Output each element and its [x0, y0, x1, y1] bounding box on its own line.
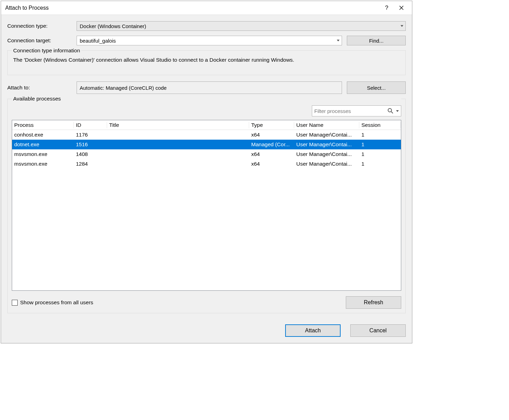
table-row[interactable]: dotnet.exe1516Managed (Cor...User Manage… [12, 140, 401, 149]
col-session[interactable]: Session [359, 122, 401, 128]
table-row[interactable]: msvsmon.exe1284x64User Manager\Contai...… [12, 159, 401, 169]
dialog-title: Attach to Process [5, 5, 379, 11]
cell: x64 [249, 151, 294, 157]
cell: 1 [359, 132, 401, 138]
connection-type-combo[interactable]: Docker (Windows Container) [77, 21, 406, 31]
col-user[interactable]: User Name [294, 122, 359, 128]
titlebar: Attach to Process ? [1, 1, 412, 15]
connection-target-label: Connection target: [7, 37, 77, 44]
col-id[interactable]: ID [74, 122, 107, 128]
attach-to-label: Attach to: [7, 85, 77, 91]
table-row[interactable]: msvsmon.exe1408x64User Manager\Contai...… [12, 149, 401, 159]
show-all-users-checkbox[interactable] [12, 300, 18, 306]
connection-target-value: beautiful_galois [80, 38, 116, 44]
connection-info-legend: Connection type information [12, 47, 81, 54]
cell: User Manager\Contai... [294, 141, 359, 148]
connection-type-label: Connection type: [7, 23, 77, 29]
cell: conhost.exe [12, 132, 74, 138]
table-row[interactable]: conhost.exe1176x64User Manager\Contai...… [12, 130, 401, 140]
show-all-users-label: Show processes from all users [20, 299, 93, 306]
cell: 1 [359, 161, 401, 167]
cell: User Manager\Contai... [294, 132, 359, 138]
available-processes-group: Available processes Process ID Title Typ [7, 99, 406, 313]
attach-to-value-box: Automatic: Managed (CoreCLR) code [77, 81, 342, 94]
cell: x64 [249, 132, 294, 138]
cell: 1408 [74, 151, 107, 157]
cell: msvsmon.exe [12, 161, 74, 167]
grid-header[interactable]: Process ID Title Type User Name Session [12, 120, 401, 130]
cell: 1 [359, 141, 401, 148]
chevron-down-icon[interactable] [396, 110, 399, 112]
find-button[interactable]: Find... [347, 36, 406, 45]
help-icon[interactable]: ? [379, 2, 394, 14]
cell: User Manager\Contai... [294, 161, 359, 167]
cell: User Manager\Contai... [294, 151, 359, 157]
cell: 1516 [74, 141, 107, 148]
available-processes-legend: Available processes [12, 96, 401, 102]
cell: msvsmon.exe [12, 151, 74, 157]
connection-info-group: Connection type information The 'Docker … [7, 50, 406, 75]
cell: Managed (Cor... [249, 141, 294, 148]
col-process[interactable]: Process [12, 122, 74, 128]
cancel-button[interactable]: Cancel [350, 324, 406, 337]
col-type[interactable]: Type [249, 122, 294, 128]
refresh-button[interactable]: Refresh [346, 296, 401, 309]
cell: dotnet.exe [12, 141, 74, 148]
attach-button[interactable]: Attach [285, 324, 341, 337]
svg-point-0 [388, 108, 392, 112]
connection-type-value: Docker (Windows Container) [80, 23, 146, 29]
col-title[interactable]: Title [107, 122, 249, 128]
cell: 1 [359, 151, 401, 157]
select-button[interactable]: Select... [347, 81, 406, 94]
chevron-down-icon [401, 25, 403, 27]
attach-to-process-dialog: Attach to Process ? Connection type: Doc… [1, 1, 412, 343]
cell: 1284 [74, 161, 107, 167]
cell: x64 [249, 161, 294, 167]
cell: 1176 [74, 132, 107, 138]
chevron-down-icon [337, 40, 340, 42]
close-icon[interactable] [394, 2, 409, 14]
search-icon [387, 108, 394, 114]
connection-info-body: The 'Docker (Windows Container)' connect… [12, 57, 401, 71]
connection-target-combo[interactable]: beautiful_galois [77, 36, 342, 45]
process-grid[interactable]: Process ID Title Type User Name Session … [12, 120, 401, 291]
grid-body: conhost.exe1176x64User Manager\Contai...… [12, 130, 401, 290]
filter-processes-box[interactable] [312, 105, 401, 116]
filter-processes-input[interactable] [314, 108, 387, 114]
attach-to-value: Automatic: Managed (CoreCLR) code [80, 85, 167, 91]
